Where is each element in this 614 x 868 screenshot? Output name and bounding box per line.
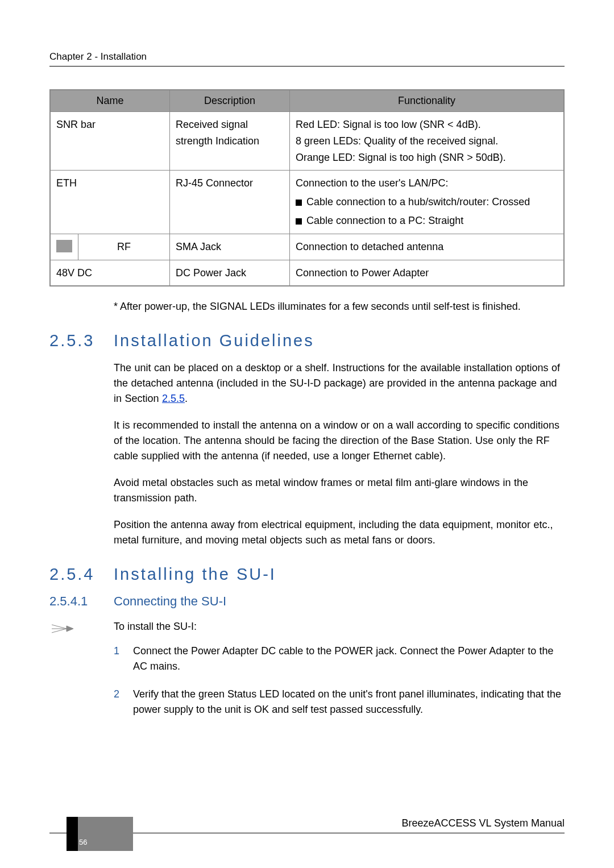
subsection-number: 2.5.4.1: [49, 594, 114, 609]
subsection-title: Connecting the SU-I: [114, 594, 226, 609]
footer-manual-title: BreezeACCESS VL System Manual: [402, 817, 565, 829]
square-bullet-icon: [296, 200, 302, 206]
connector-table: Name Description Functionality SNR bar R…: [49, 89, 565, 286]
procedure-list: 1 Connect the Power Adapter DC cable to …: [114, 643, 565, 717]
cell-name: ETH: [50, 171, 170, 234]
list-item: 2 Verify that the green Status LED locat…: [114, 687, 565, 717]
cell-func: Connection to detached antenna: [290, 234, 565, 260]
paragraph: Position the antenna away from electrica…: [114, 517, 565, 548]
th-description: Description: [170, 90, 290, 112]
section-heading-254: 2.5.4 Installing the SU-I: [49, 565, 565, 584]
paragraph: It is recommended to install the antenna…: [114, 418, 565, 464]
bullet-text: Cable connection to a PC: Straight: [306, 215, 463, 226]
cell-func: Connection to Power Adapter: [290, 260, 565, 286]
bullet-text: Cable connection to a hub/switch/router:…: [306, 196, 530, 207]
table-header-row: Name Description Functionality: [50, 90, 564, 112]
table-row: RF SMA Jack Connection to detached anten…: [50, 234, 564, 260]
svg-line-0: [52, 625, 67, 629]
para-text: .: [185, 393, 188, 404]
th-name: Name: [50, 90, 170, 112]
cell-name: SNR bar: [50, 112, 170, 171]
cell-desc: RJ-45 Connector: [170, 171, 290, 234]
footer-page-block: 56: [67, 817, 133, 851]
section-number: 2.5.3: [49, 331, 114, 350]
step-text: Verify that the green Status LED located…: [133, 687, 565, 717]
func-line: Red LED: Signal is too low (SNR < 4dB).: [296, 117, 558, 133]
svg-marker-3: [67, 626, 73, 632]
table-row: SNR bar Received signal strength Indicat…: [50, 112, 564, 171]
section-heading-253: 2.5.3 Installation Guidelines: [49, 331, 565, 350]
footer-black-bar: [67, 817, 78, 851]
cell-name: RF: [78, 234, 170, 260]
paragraph: Avoid metal obstacles such as metal wind…: [114, 475, 565, 506]
section-title: Installation Guidelines: [114, 331, 314, 350]
cell-desc: SMA Jack: [170, 234, 290, 260]
page-number: 56: [79, 838, 87, 846]
cell-icon: [50, 234, 78, 260]
paragraph: The unit can be placed on a desktop or a…: [114, 360, 565, 406]
cell-func: Connection to the user's LAN/PC: Cable c…: [290, 171, 565, 234]
page: Chapter 2 - Installation Name Descriptio…: [0, 0, 614, 868]
svg-line-1: [52, 629, 67, 633]
step-text: Connect the Power Adapter DC cable to th…: [133, 643, 565, 674]
th-functionality: Functionality: [290, 90, 565, 112]
section-title: Installing the SU-I: [114, 565, 276, 584]
cell-desc: Received signal strength Indication: [170, 112, 290, 171]
step-number: 1: [114, 643, 133, 674]
subsection-heading-2541: 2.5.4.1 Connecting the SU-I: [49, 594, 565, 609]
table-row: ETH RJ-45 Connector Connection to the us…: [50, 171, 564, 234]
grey-square-icon: [56, 240, 72, 252]
chapter-header: Chapter 2 - Installation: [49, 51, 565, 67]
section-number: 2.5.4: [49, 565, 114, 584]
func-intro: Connection to the user's LAN/PC:: [296, 175, 558, 192]
bullet-item: Cable connection to a PC: Straight: [296, 213, 558, 229]
bullet-item: Cable connection to a hub/switch/router:…: [296, 194, 558, 210]
step-number: 2: [114, 687, 133, 717]
cell-name: 48V DC: [50, 260, 170, 286]
cell-func: Red LED: Signal is too low (SNR < 4dB). …: [290, 112, 565, 171]
xref-link[interactable]: 2.5.5: [162, 393, 185, 404]
list-item: 1 Connect the Power Adapter DC cable to …: [114, 643, 565, 674]
procedure-intro: To install the SU-I:: [114, 619, 565, 634]
square-bullet-icon: [296, 218, 302, 225]
table-footnote: * After power-up, the SIGNAL LEDs illumi…: [114, 299, 565, 314]
func-line: 8 green LEDs: Quality of the received si…: [296, 133, 558, 149]
func-line: Orange LED: Signal is too high (SNR > 50…: [296, 149, 558, 166]
table-row: 48V DC DC Power Jack Connection to Power…: [50, 260, 564, 286]
procedure-arrow-icon: [49, 619, 84, 639]
cell-desc: DC Power Jack: [170, 260, 290, 286]
